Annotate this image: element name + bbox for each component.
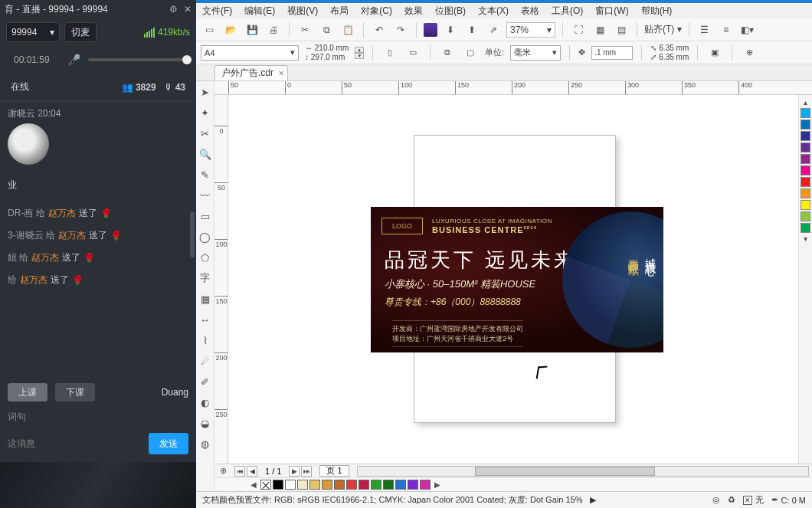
launch-icon[interactable]: ⇗ — [485, 21, 502, 38]
print-icon[interactable]: 🖨 — [265, 21, 282, 38]
page-height[interactable]: ↕ 297.0 mm — [305, 53, 345, 61]
color-swatch[interactable] — [801, 188, 810, 198]
next-page-icon[interactable]: ▶ — [289, 466, 300, 477]
eyedropper-tool-icon[interactable]: ✐ — [198, 374, 213, 389]
color-swatch[interactable] — [395, 480, 406, 490]
color-swatch[interactable] — [297, 480, 308, 490]
color-swatch[interactable] — [408, 480, 418, 490]
align-icon[interactable]: ≡ — [718, 21, 735, 38]
page-tab[interactable]: 页 1 — [319, 465, 349, 477]
menu-table[interactable]: 表格 — [521, 5, 539, 18]
color-swatch[interactable] — [801, 154, 810, 164]
rectangle-tool-icon[interactable]: ▭ — [198, 208, 213, 224]
paste-icon[interactable]: 📋 — [339, 21, 356, 38]
menu-file[interactable]: 文件(F) — [202, 5, 232, 18]
first-page-icon[interactable]: ⏮ — [234, 466, 245, 477]
all-pages-icon[interactable]: ⧉ — [439, 44, 456, 61]
color-swatch[interactable] — [801, 143, 810, 152]
color-swatch[interactable] — [273, 480, 283, 490]
freehand-tool-icon[interactable]: ✎ — [198, 167, 213, 182]
message-input[interactable]: 这消息 — [8, 433, 141, 454]
color-swatch[interactable] — [801, 131, 810, 141]
nudge-distance[interactable]: .1 mm — [591, 46, 633, 60]
avatar[interactable] — [8, 123, 49, 165]
fill-tool-icon[interactable]: ◐ — [198, 395, 213, 410]
palette-left-icon[interactable]: ◀ — [248, 480, 259, 489]
canvas[interactable]: LOGO LUXURIOUS CLOSE AT IMAGINATION BUSI… — [228, 95, 798, 464]
redo-icon[interactable]: ↷ — [392, 21, 409, 38]
copy-icon[interactable]: ⧉ — [318, 21, 335, 38]
color-swatch[interactable] — [801, 108, 810, 118]
page-size-select[interactable]: A4▾ — [201, 45, 299, 61]
palette-up-icon[interactable]: ▴ — [804, 98, 807, 107]
dim-spinner[interactable]: ▴▾ — [355, 47, 364, 59]
publish-icon[interactable] — [424, 23, 437, 37]
menu-help[interactable]: 帮助(H) — [641, 5, 673, 18]
pick-tool-icon[interactable]: ➤ — [198, 84, 213, 100]
menu-window[interactable]: 窗口(W) — [595, 5, 628, 18]
options-icon[interactable]: ☰ — [696, 21, 713, 38]
prev-page-icon[interactable]: ◀ — [247, 466, 257, 477]
snap-dropdown[interactable]: 贴齐(T) ▾ — [644, 23, 682, 36]
open-icon[interactable]: 📂 — [222, 21, 239, 38]
palette-right-icon[interactable]: ▶ — [432, 480, 443, 489]
menu-bitmap[interactable]: 位图(B) — [435, 5, 466, 18]
fullscreen-icon[interactable]: ⛶ — [570, 21, 587, 38]
dup-x-value[interactable]: 6.35 mm — [659, 44, 689, 52]
palette-down-icon[interactable]: ▾ — [804, 234, 807, 243]
color-swatch[interactable] — [801, 177, 810, 187]
unit-select[interactable]: 毫米▾ — [510, 45, 561, 61]
start-class-button[interactable]: 上课 — [8, 383, 47, 401]
color-swatch[interactable] — [801, 223, 810, 233]
menu-view[interactable]: 视图(V) — [287, 5, 318, 18]
color-swatch[interactable] — [285, 480, 296, 490]
outline-tool-icon[interactable]: ◒ — [198, 415, 213, 431]
color-swatch[interactable] — [801, 120, 810, 129]
menu-edit[interactable]: 编辑(E) — [244, 5, 275, 18]
color-swatch[interactable] — [420, 480, 431, 490]
zoom-level[interactable]: 37%▾ — [506, 22, 555, 38]
text-tool-icon[interactable]: 字 — [198, 270, 213, 286]
horizontal-scrollbar[interactable] — [357, 466, 809, 477]
microphone-icon[interactable]: 🎤 — [67, 54, 80, 66]
ellipse-tool-icon[interactable]: ◯ — [198, 229, 213, 244]
polygon-tool-icon[interactable]: ⬠ — [198, 250, 213, 265]
menu-layout[interactable]: 布局 — [330, 5, 349, 18]
color-swatch[interactable] — [322, 480, 332, 490]
quick-customize-icon[interactable]: ⊕ — [741, 44, 758, 61]
room-select[interactable]: 99994▾ — [6, 22, 60, 42]
outline-indicator[interactable]: ✒ C: 0 M — [771, 495, 806, 505]
color-swatch[interactable] — [359, 480, 369, 490]
color-swatch[interactable] — [383, 480, 394, 490]
chat-scrollbar[interactable] — [190, 211, 195, 257]
volume-slider[interactable] — [88, 58, 187, 61]
end-class-button[interactable]: 下课 — [55, 383, 95, 401]
artwork[interactable]: LOGO LUXURIOUS CLOSE AT IMAGINATION BUSI… — [371, 207, 663, 352]
current-page-icon[interactable]: ▢ — [462, 44, 479, 61]
fill-indicator[interactable]: 无 — [743, 494, 764, 506]
color-swatch[interactable] — [309, 480, 320, 490]
menu-effects[interactable]: 效果 — [404, 5, 423, 18]
grid-icon[interactable]: ▤ — [613, 21, 630, 38]
close-icon[interactable]: ✕ — [184, 4, 192, 15]
color-proof-icon[interactable]: ◎ — [712, 495, 720, 505]
new-doc-icon[interactable]: ▭ — [201, 21, 218, 38]
tool-hint-icon[interactable]: ♻ — [728, 495, 735, 505]
duang-button[interactable]: Duang — [162, 387, 188, 398]
table-tool-icon[interactable]: ▦ — [198, 291, 213, 306]
settings-icon[interactable]: ⚙ — [169, 4, 178, 15]
switch-mic-button[interactable]: 切麦 — [64, 22, 97, 42]
menu-object[interactable]: 对象(C) — [361, 5, 392, 18]
tab-online[interactable]: 在线 — [11, 80, 29, 93]
rulers-icon[interactable]: ▦ — [591, 21, 608, 38]
launch-app-icon[interactable]: ◧▾ — [739, 21, 756, 38]
play-icon[interactable]: ▶ — [590, 495, 596, 505]
transparency-tool-icon[interactable]: ◍ — [198, 436, 213, 451]
color-swatch[interactable] — [801, 211, 810, 221]
export-icon[interactable]: ⬆ — [463, 21, 480, 38]
file-tab[interactable]: 户外广告.cdr ✕ — [214, 65, 288, 80]
artistic-media-icon[interactable]: 〰 — [198, 188, 213, 203]
effects-tool-icon[interactable]: ☄ — [198, 353, 213, 369]
dup-y-value[interactable]: 6.35 mm — [659, 53, 689, 61]
close-tab-icon[interactable]: ✕ — [278, 69, 284, 77]
